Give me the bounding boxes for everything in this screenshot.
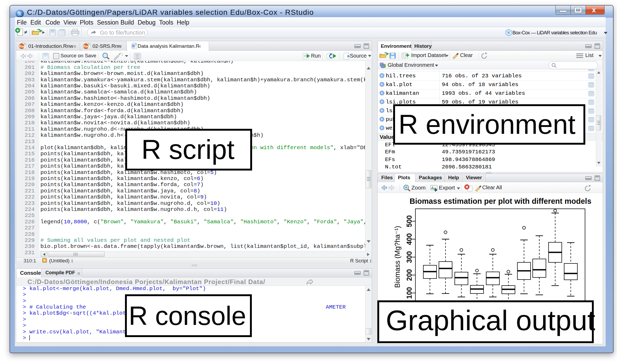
svg-text:R: R	[18, 11, 21, 17]
svg-text:300: 300	[405, 251, 413, 263]
svg-text:200: 200	[405, 269, 413, 281]
svg-text:500: 500	[405, 215, 413, 227]
svg-text:400: 400	[405, 233, 413, 245]
svg-text:100: 100	[405, 287, 413, 299]
svg-text:Biomass estimation per plot wi: Biomass estimation per plot with differe…	[410, 197, 591, 205]
svg-text:R: R	[508, 31, 510, 34]
svg-text:Biomass (Mg?ha⁻¹): Biomass (Mg?ha⁻¹)	[393, 226, 401, 288]
svg-text:R: R	[132, 44, 135, 48]
svg-text:Rw: Rw	[19, 44, 24, 48]
svg-text:Rw: Rw	[83, 44, 89, 48]
